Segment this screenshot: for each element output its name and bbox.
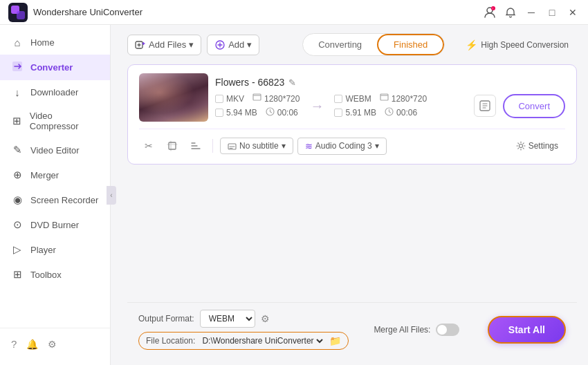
target-size-checkbox (334, 109, 342, 117)
crop-icon[interactable] (163, 136, 182, 156)
source-size: 5.94 MB (226, 108, 257, 118)
downloader-icon: ↓ (11, 86, 24, 98)
close-button[interactable]: ✕ (566, 6, 580, 19)
player-icon: ▷ (11, 243, 24, 256)
output-format-select[interactable]: WEBM MP4 MKV AVI (200, 310, 255, 328)
sidebar-item-merger[interactable]: ⊕ Merger (0, 162, 110, 187)
sidebar-item-converter[interactable]: Converter (0, 55, 110, 80)
output-format-label: Output Format: (138, 314, 194, 324)
compressor-icon: ⊞ (11, 115, 23, 127)
target-size-row: 5.91 MB 00:06 (334, 107, 427, 118)
sidebar-item-video-compressor[interactable]: ⊞ Video Compressor (0, 104, 110, 138)
minimize-button[interactable]: ─ (524, 6, 538, 19)
source-duration: 00:06 (277, 108, 298, 118)
window-controls: ! ─ □ ✕ (483, 6, 580, 19)
main-layout: ⌂ Home Converter ↓ Downloader ⊞ Video Co… (0, 25, 588, 365)
target-format-row: WEBM 1280*720 (334, 93, 427, 104)
start-all-button[interactable]: Start All (488, 316, 566, 344)
source-duration-icon (266, 107, 275, 118)
target-resolution: 1280*720 (392, 94, 427, 104)
sidebar-item-label: Merger (30, 170, 59, 180)
add-files-button[interactable]: Add Files ▾ (127, 35, 201, 55)
settings-button[interactable]: Settings (509, 138, 565, 153)
edit-icon[interactable]: ✎ (288, 77, 296, 88)
file-settings-icon[interactable] (474, 95, 496, 117)
source-resolution: 1280*720 (264, 94, 300, 104)
user-icon[interactable]: ! (483, 6, 497, 19)
file-card: Flowers - 66823 ✎ MKV 1 (127, 64, 577, 165)
sidebar-item-dvd-burner[interactable]: ⊙ DVD Burner (0, 212, 110, 237)
home-icon: ⌂ (11, 37, 24, 48)
source-resolution-icon (252, 93, 261, 104)
high-speed-button[interactable]: ⚡ High Speed Conversion (457, 35, 577, 55)
app-title: Wondershare UniConverter (33, 7, 483, 17)
sidebar-item-label: Video Editor (30, 145, 80, 156)
format-settings-icon[interactable]: ⚙ (261, 313, 270, 324)
sidebar-item-label: Screen Recorder (30, 195, 98, 205)
sidebar-collapse-handle[interactable]: ‹ (107, 186, 116, 205)
settings-gear-icon (516, 141, 526, 151)
content-spacer (127, 171, 577, 302)
svg-rect-14 (169, 142, 176, 149)
file-location-select[interactable]: D:\Wondershare UniConverter (199, 335, 325, 346)
target-duration: 00:06 (396, 108, 417, 118)
target-resolution-icon (380, 93, 389, 104)
merge-row: Merge All Files: (374, 324, 459, 336)
tab-converting[interactable]: Converting (303, 34, 377, 55)
merge-toggle[interactable] (436, 324, 459, 336)
sidebar-item-toolbox[interactable]: ⊞ Toolbox (0, 262, 110, 287)
bottom-bar: Output Format: WEBM MP4 MKV AVI ⚙ File L… (127, 302, 577, 357)
sidebar-item-player[interactable]: ▷ Player (0, 237, 110, 262)
recorder-icon: ◉ (11, 194, 24, 206)
file-card-header: Flowers - 66823 ✎ MKV 1 (139, 73, 565, 122)
source-format-row: MKV 1280*720 (215, 93, 300, 104)
audio-label: Audio Coding 3 (315, 141, 372, 151)
sidebar-item-screen-recorder[interactable]: ◉ Screen Recorder (0, 187, 110, 212)
cut-icon[interactable]: ✂ (139, 136, 158, 156)
source-size-checkbox (215, 109, 223, 117)
sidebar-item-label: Converter (30, 62, 73, 73)
effects-icon[interactable] (186, 136, 205, 156)
file-toolbar: ✂ No (139, 129, 565, 156)
maximize-button[interactable]: □ (545, 6, 559, 19)
audio-dropdown[interactable]: ≋ Audio Coding 3 ▾ (297, 138, 387, 155)
file-location-row[interactable]: File Location: D:\Wondershare UniConvert… (138, 332, 349, 350)
merger-icon: ⊕ (11, 169, 24, 181)
file-target: WEBM 1280*720 5.91 MB (334, 93, 427, 118)
bell-icon[interactable] (504, 6, 517, 19)
tab-finished[interactable]: Finished (377, 34, 444, 55)
merge-label: Merge All Files: (374, 325, 430, 335)
sidebar-item-label: Downloader (30, 87, 78, 97)
sidebar-item-downloader[interactable]: ↓ Downloader (0, 80, 110, 104)
target-duration-icon (385, 107, 394, 118)
convert-button[interactable]: Convert (503, 94, 565, 118)
output-format-section: Output Format: WEBM MP4 MKV AVI ⚙ File L… (138, 310, 349, 350)
help-icon[interactable]: ? (11, 338, 17, 350)
folder-icon[interactable]: 📁 (329, 335, 341, 346)
svg-text:!: ! (493, 7, 493, 10)
editor-icon: ✎ (11, 144, 24, 156)
source-format-checkbox (215, 95, 223, 103)
svg-rect-9 (253, 94, 261, 100)
subtitle-dropdown[interactable]: No subtitle ▾ (220, 138, 293, 154)
sidebar-footer: ? 🔔 ⚙ (0, 328, 110, 359)
output-format-row: Output Format: WEBM MP4 MKV AVI ⚙ (138, 310, 349, 328)
dvd-icon: ⊙ (11, 218, 24, 231)
add-button[interactable]: Add ▾ (207, 35, 259, 55)
file-thumbnail (139, 73, 208, 122)
lightning-icon: ⚡ (466, 39, 477, 50)
settings-icon[interactable]: ⚙ (48, 339, 57, 350)
sidebar-item-label: Home (30, 37, 55, 48)
audio-chevron-icon: ▾ (375, 141, 379, 151)
sidebar-item-video-editor[interactable]: ✎ Video Editor (0, 138, 110, 162)
sidebar-item-label: Toolbox (30, 270, 62, 280)
source-format: MKV (226, 94, 244, 104)
file-location-label: File Location: (146, 336, 195, 346)
subtitle-chevron-icon: ▾ (282, 141, 286, 151)
file-source: MKV 1280*720 5.94 MB (215, 93, 300, 118)
sidebar-item-home[interactable]: ⌂ Home (0, 30, 110, 55)
target-size: 5.91 MB (345, 108, 376, 118)
svg-rect-2 (17, 11, 25, 19)
notifications-icon[interactable]: 🔔 (26, 339, 38, 350)
svg-point-16 (519, 144, 522, 148)
